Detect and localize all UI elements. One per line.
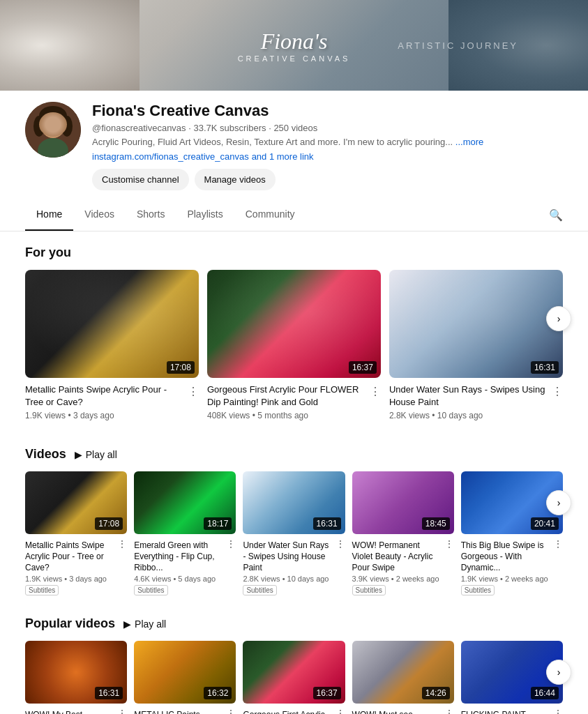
popular-videos-title: Popular videos: [25, 616, 115, 631]
tab-shorts[interactable]: Shorts: [126, 199, 176, 231]
tab-home[interactable]: Home: [25, 199, 73, 231]
tab-playlists[interactable]: Playlists: [176, 199, 234, 231]
sm-title-3[interactable]: Under Water Sun Rays - Swipes Using Hous…: [243, 540, 332, 573]
video-title-1[interactable]: Metallic Paints Swipe Acrylic Pour - Tre…: [25, 383, 182, 409]
pop-menu-2[interactable]: ⋮: [226, 708, 236, 714]
for-you-next-btn[interactable]: ›: [546, 306, 571, 331]
thumbnail-1[interactable]: 17:08: [25, 270, 199, 378]
sm-title-1[interactable]: Metallic Paints Swipe Acrylic Pour - Tre…: [25, 540, 114, 573]
sm-menu-3[interactable]: ⋮: [336, 538, 345, 549]
svg-rect-5: [43, 124, 51, 130]
manage-videos-button[interactable]: Manage videos: [195, 169, 276, 190]
channel-video-count: 250 videos: [273, 123, 317, 133]
pop-title-5[interactable]: FLICKING PAINT - Stunning First Flick an…: [461, 710, 550, 714]
popular-carousel: 16:31 WOW! My Best LACING Yet - With Gor…: [25, 641, 563, 714]
tab-videos[interactable]: Videos: [73, 199, 126, 231]
sm-meta-4: 3.9K views • 2 weeks ago: [352, 575, 442, 583]
sm-subtitles-5: Subtitles: [461, 585, 495, 595]
video-card-sm-1: 17:08 Metallic Paints Swipe Acrylic Pour…: [25, 471, 127, 595]
sm-thumb-2[interactable]: 18:17: [134, 471, 236, 534]
videos-play-all-button[interactable]: ▶ Play all: [75, 449, 117, 460]
popular-next-btn[interactable]: ›: [546, 660, 571, 685]
video-card-sm-5: 20:41 This Big Blue Swipe is Gorgeous - …: [461, 471, 563, 595]
pop-thumb-2[interactable]: 16:32: [134, 641, 236, 704]
video-info-2: Gorgeous First Acrylic Pour FLOWER Dip P…: [207, 378, 381, 426]
sm-meta-2: 4.6K views • 5 days ago: [134, 575, 223, 583]
video-meta-1: 1.9K views • 3 days ago: [25, 411, 182, 420]
popular-card-4: 14:26 WOW! Must see LACING on Exquisite …: [352, 641, 454, 714]
sm-menu-1[interactable]: ⋮: [117, 538, 127, 549]
popular-videos-header: Popular videos ▶ Play all: [25, 616, 563, 631]
for-you-section: For you 17:08 Metallic Paints Swipe Acry…: [0, 231, 588, 433]
pop-title-4[interactable]: WOW! Must see LACING on Exquisite Metall…: [352, 710, 442, 714]
duration-3: 16:31: [531, 361, 559, 374]
sm-title-2[interactable]: Emerald Green with Everything - Flip Cup…: [134, 540, 223, 573]
sm-duration-5: 20:41: [531, 517, 559, 530]
pop-menu-4[interactable]: ⋮: [444, 708, 454, 714]
video-menu-2[interactable]: ⋮: [370, 385, 381, 420]
pop-thumb-1[interactable]: 16:31: [25, 641, 127, 704]
pop-menu-1[interactable]: ⋮: [117, 708, 127, 714]
video-menu-1[interactable]: ⋮: [188, 385, 199, 420]
popular-row: 16:31 WOW! My Best LACING Yet - With Gor…: [25, 641, 563, 714]
sm-thumb-4[interactable]: 18:45: [352, 471, 454, 534]
svg-point-4: [61, 116, 73, 137]
channel-description: Acrylic Pouring, Fluid Art Videos, Resin…: [92, 137, 563, 147]
sm-menu-4[interactable]: ⋮: [444, 538, 454, 549]
duration-2: 16:37: [349, 361, 377, 374]
for-you-card-3: 16:31 Under Water Sun Rays - Swipes Usin…: [389, 270, 563, 426]
instagram-link[interactable]: instagram.com/fionas_creative_canvas: [92, 151, 249, 162]
tab-community[interactable]: Community: [234, 199, 306, 231]
pop-title-1[interactable]: WOW! My Best LACING Yet - With Gorgeous …: [25, 710, 114, 714]
pop-title-2[interactable]: METALLIC Paints - Beautiful LACING on th…: [134, 710, 223, 714]
more-link[interactable]: ...more: [455, 137, 483, 147]
popular-card-3: 16:37 Gorgeous First Acrylic Pour FLOWER…: [243, 641, 345, 714]
thumbnail-3[interactable]: 16:31: [389, 270, 563, 378]
for-you-carousel: 17:08 Metallic Paints Swipe Acrylic Pour…: [25, 270, 563, 426]
sm-duration-3: 16:31: [313, 517, 341, 530]
sm-subtitles-4: Subtitles: [352, 585, 386, 595]
video-info-3: Under Water Sun Rays - Swipes Using Hous…: [389, 378, 563, 426]
customise-channel-button[interactable]: Customise channel: [92, 169, 189, 190]
banner-brand-sub: CREATIVE CANVAS: [238, 54, 351, 63]
sm-thumb-3[interactable]: 16:31: [243, 471, 345, 534]
sm-title-4[interactable]: WOW! Permanent Violet Beauty - Acrylic P…: [352, 540, 442, 573]
video-info-1: Metallic Paints Swipe Acrylic Pour - Tre…: [25, 378, 199, 426]
pop-title-3[interactable]: Gorgeous First Acrylic Pour FLOWER Dip P…: [243, 710, 332, 714]
sm-meta-5: 1.9K views • 2 weeks ago: [461, 575, 550, 583]
pop-duration-1: 16:31: [95, 687, 123, 699]
thumbnail-2[interactable]: 16:37: [207, 270, 381, 378]
video-menu-3[interactable]: ⋮: [552, 385, 563, 420]
for-you-title: For you: [25, 245, 563, 260]
sm-menu-5[interactable]: ⋮: [553, 538, 563, 549]
pop-menu-3[interactable]: ⋮: [336, 708, 345, 714]
sm-thumb-1[interactable]: 17:08: [25, 471, 127, 534]
videos-title: Videos: [25, 447, 66, 462]
sm-duration-4: 18:45: [422, 517, 450, 530]
sm-title-5[interactable]: This Big Blue Swipe is Gorgeous - With D…: [461, 540, 550, 573]
for-you-card-2: 16:37 Gorgeous First Acrylic Pour FLOWER…: [207, 270, 381, 426]
video-title-2[interactable]: Gorgeous First Acrylic Pour FLOWER Dip P…: [207, 383, 364, 409]
search-icon[interactable]: 🔍: [549, 208, 563, 222]
pop-thumb-3[interactable]: 16:37: [243, 641, 345, 704]
video-card-sm-2: 18:17 Emerald Green with Everything - Fl…: [134, 471, 236, 595]
channel-name: Fiona's Creative Canvas: [92, 102, 563, 120]
pop-thumb-4[interactable]: 14:26: [352, 641, 454, 704]
sm-subtitles-2: Subtitles: [134, 585, 167, 595]
sm-duration-1: 17:08: [95, 517, 123, 530]
popular-play-all-button[interactable]: ▶ Play all: [123, 618, 166, 630]
link-more-text[interactable]: and 1 more link: [252, 151, 314, 162]
svg-point-3: [33, 116, 45, 137]
video-meta-3: 2.8K views • 10 days ago: [389, 411, 546, 420]
channel-banner: Fiona's CREATIVE CANVAS ARTISTIC JOURNEY: [0, 0, 588, 91]
profile-info: Fiona's Creative Canvas @fionascreativec…: [92, 102, 563, 190]
video-title-3[interactable]: Under Water Sun Rays - Swipes Using Hous…: [389, 383, 546, 409]
sm-menu-2[interactable]: ⋮: [226, 538, 236, 549]
pop-menu-5[interactable]: ⋮: [553, 708, 563, 714]
pop-duration-5: 16:44: [531, 687, 559, 699]
banner-brand-name: Fiona's: [238, 29, 351, 54]
banner-tagline: ARTISTIC JOURNEY: [398, 40, 518, 51]
videos-next-btn[interactable]: ›: [546, 490, 571, 515]
for-you-card-1: 17:08 Metallic Paints Swipe Acrylic Pour…: [25, 270, 199, 426]
videos-carousel: 17:08 Metallic Paints Swipe Acrylic Pour…: [25, 471, 563, 595]
